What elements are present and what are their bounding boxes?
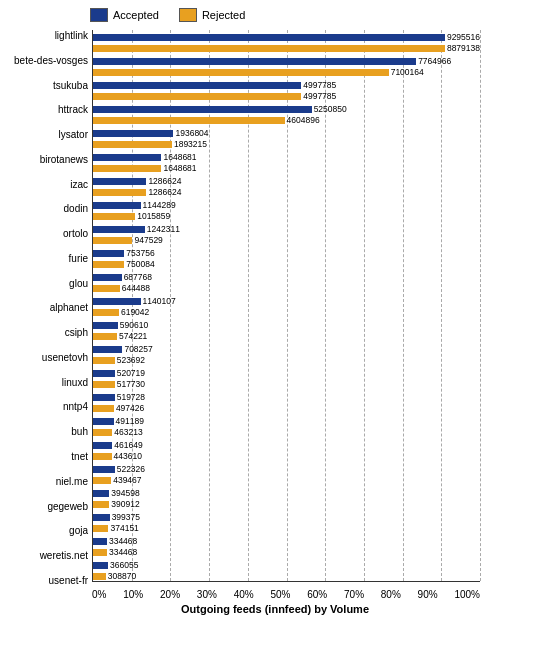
x-axis-label: 60%	[307, 589, 327, 600]
bar-row: 366055308870	[93, 558, 480, 582]
accepted-value: 687768	[124, 272, 152, 282]
y-label: dodin	[10, 203, 92, 214]
rejected-value: 463213	[114, 427, 142, 437]
rejected-value: 644488	[122, 283, 150, 293]
accepted-bar	[93, 490, 109, 497]
accepted-value: 1936804	[175, 128, 208, 138]
bar-row: 19368041893215	[93, 126, 480, 150]
rejected-value: 1286624	[148, 187, 181, 197]
y-label: izac	[10, 179, 92, 190]
rejected-bar	[93, 45, 445, 52]
rejected-value: 523692	[117, 355, 145, 365]
rejected-value: 947529	[134, 235, 162, 245]
y-label: usenetovh	[10, 352, 92, 363]
rejected-bar	[93, 333, 117, 340]
y-label: buh	[10, 426, 92, 437]
rejected-bar	[93, 189, 146, 196]
rejected-value: 8879138	[447, 43, 480, 53]
bar-row: 590610574221	[93, 318, 480, 342]
x-axis-title: Outgoing feeds (innfeed) by Volume	[10, 603, 540, 615]
x-axis-label: 80%	[381, 589, 401, 600]
accepted-bar	[93, 298, 141, 305]
rejected-value: 750084	[126, 259, 154, 269]
bar-row: 77649667100164	[93, 54, 480, 78]
accepted-value: 7764966	[418, 56, 451, 66]
rejected-value: 1893215	[174, 139, 207, 149]
accepted-bar	[93, 514, 110, 521]
legend: Accepted Rejected	[10, 8, 540, 22]
accepted-value: 334468	[109, 536, 137, 546]
rejected-value: 439467	[113, 475, 141, 485]
x-axis-label: 10%	[123, 589, 143, 600]
rejected-value: 619042	[121, 307, 149, 317]
accepted-value: 366055	[110, 560, 138, 570]
bar-row: 334468334468	[93, 534, 480, 558]
y-label: usenet-fr	[10, 575, 92, 586]
accepted-value: 1144289	[143, 200, 176, 210]
rejected-bar	[93, 525, 108, 532]
chart-container: Accepted Rejected lightlinkbete-des-vosg…	[0, 0, 550, 655]
bar-row: 394598390912	[93, 486, 480, 510]
bar-row: 687768644488	[93, 270, 480, 294]
rejected-bar	[93, 69, 389, 76]
rejected-bar	[93, 381, 115, 388]
accepted-bar	[93, 106, 312, 113]
accepted-bar	[93, 226, 145, 233]
y-label: goja	[10, 525, 92, 536]
rejected-value: 7100164	[391, 67, 424, 77]
rejected-bar	[93, 93, 301, 100]
rejected-value: 517730	[117, 379, 145, 389]
rejected-bar	[93, 285, 120, 292]
rejected-bar	[93, 405, 114, 412]
y-label: glou	[10, 278, 92, 289]
accepted-value: 590610	[120, 320, 148, 330]
rejected-value: 374151	[110, 523, 138, 533]
y-label: tsukuba	[10, 80, 92, 91]
bar-row: 52508504604896	[93, 102, 480, 126]
y-label: alphanet	[10, 302, 92, 313]
bar-row: 753756750084	[93, 246, 480, 270]
y-label: furie	[10, 253, 92, 264]
bar-row: 519728497426	[93, 390, 480, 414]
bar-row: 461649443610	[93, 438, 480, 462]
rejected-value: 443610	[114, 451, 142, 461]
y-label: bete-des-vosges	[10, 55, 92, 66]
rejected-bar	[93, 261, 124, 268]
rejected-value: 1015859	[137, 211, 170, 221]
accepted-bar	[93, 394, 115, 401]
rejected-icon	[179, 8, 197, 22]
accepted-value: 1140107	[143, 296, 176, 306]
y-label: gegeweb	[10, 501, 92, 512]
rejected-value: 308870	[108, 571, 136, 581]
rejected-value: 334468	[109, 547, 137, 557]
bar-row: 520719517730	[93, 366, 480, 390]
accepted-bar	[93, 346, 122, 353]
accepted-bar	[93, 154, 161, 161]
y-label: ortolo	[10, 228, 92, 239]
rejected-value: 4604896	[287, 115, 320, 125]
accepted-value: 9295516	[447, 32, 480, 42]
accepted-value: 708257	[124, 344, 152, 354]
accepted-value: 1242311	[147, 224, 180, 234]
accepted-bar	[93, 322, 118, 329]
rejected-bar	[93, 237, 132, 244]
bar-row: 708257523692	[93, 342, 480, 366]
bar-row: 399375374151	[93, 510, 480, 534]
y-label: lysator	[10, 129, 92, 140]
accepted-value: 5250850	[314, 104, 347, 114]
accepted-value: 399375	[112, 512, 140, 522]
bar-row: 49977854997785	[93, 78, 480, 102]
rejected-bar	[93, 357, 115, 364]
rejected-bar	[93, 501, 109, 508]
x-axis-label: 20%	[160, 589, 180, 600]
x-axis-label: 30%	[197, 589, 217, 600]
rejected-bar	[93, 429, 112, 436]
rejected-value: 1648681	[163, 163, 196, 173]
bar-row: 16486811648681	[93, 150, 480, 174]
accepted-bar	[93, 178, 146, 185]
legend-accepted: Accepted	[90, 8, 159, 22]
bar-row: 522326439467	[93, 462, 480, 486]
accepted-bar	[93, 130, 173, 137]
accepted-bar	[93, 466, 115, 473]
accepted-value: 461649	[114, 440, 142, 450]
